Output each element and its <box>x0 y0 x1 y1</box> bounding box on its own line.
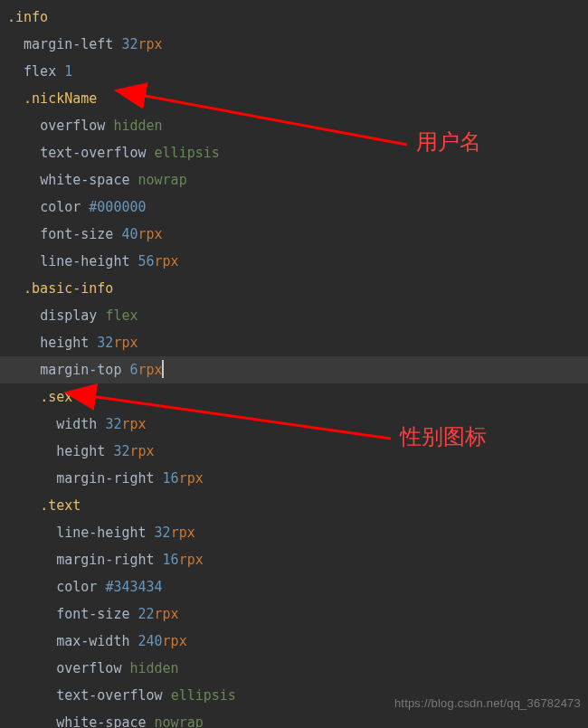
property: margin-right <box>56 470 154 487</box>
code-line: max-width 240rpx <box>0 628 588 655</box>
value-unit: rpx <box>163 633 187 649</box>
code-line: display flex <box>0 302 588 329</box>
value-unit: rpx <box>179 552 204 568</box>
value-number: 56 <box>138 253 155 269</box>
property: max-width <box>56 633 129 649</box>
property: text-overflow <box>40 145 146 161</box>
property: width <box>56 416 97 432</box>
value-keyword: ellipsis <box>171 687 236 704</box>
property: white-space <box>56 714 146 728</box>
value-unit: rpx <box>155 253 179 269</box>
code-line: flex 1 <box>0 58 588 85</box>
property: margin-top <box>40 362 121 378</box>
value-unit: rpx <box>179 470 204 487</box>
value-unit: rpx <box>129 443 154 459</box>
value-number: 32 <box>113 443 129 459</box>
code-line: overflow hidden <box>0 112 588 139</box>
code-line: height 32rpx <box>0 329 588 356</box>
property: line-height <box>40 253 129 269</box>
value-number: 32 <box>97 335 113 351</box>
value-hex: #000000 <box>89 199 146 215</box>
value-unit: rpx <box>155 606 179 622</box>
code-editor[interactable]: .info margin-left 32rpx flex 1 .nickName… <box>0 0 588 728</box>
code-line: .sex <box>0 383 588 411</box>
property: font-size <box>40 226 113 242</box>
value-hex: #343434 <box>105 579 162 595</box>
selector: .sex <box>40 389 72 405</box>
value-unit: rpx <box>171 525 195 541</box>
code-line-active: margin-top 6rpx <box>0 356 588 383</box>
value-unit: rpx <box>138 36 163 52</box>
value-keyword: nowrap <box>155 714 204 728</box>
code-line: .nickName <box>0 85 588 112</box>
code-line: line-height 32rpx <box>0 519 588 546</box>
value-unit: rpx <box>138 362 163 378</box>
value-keyword: hidden <box>129 660 178 676</box>
property: display <box>40 307 97 324</box>
selector: .info <box>7 9 48 25</box>
value-unit: rpx <box>121 416 146 432</box>
watermark: https://blog.csdn.net/qq_36782473 <box>394 690 581 717</box>
code-line: height 32rpx <box>0 438 588 465</box>
property: color <box>40 199 81 215</box>
value-number: 240 <box>138 633 163 649</box>
code-line: margin-left 32rpx <box>0 31 588 58</box>
property: font-size <box>56 606 129 622</box>
value-keyword: nowrap <box>138 172 187 188</box>
property: margin-right <box>56 552 154 568</box>
value-keyword: flex <box>105 307 138 324</box>
code-line: font-size 22rpx <box>0 600 588 628</box>
code-line: font-size 40rpx <box>0 221 588 248</box>
code-line: width 32rpx <box>0 411 588 438</box>
code-line: margin-right 16rpx <box>0 546 588 573</box>
text-cursor <box>162 360 164 378</box>
property: flex <box>24 63 56 80</box>
value-number: 16 <box>163 470 179 487</box>
code-line: .info <box>0 4 588 31</box>
property: color <box>56 579 97 595</box>
value-number: 32 <box>105 416 121 432</box>
value-number: 16 <box>163 552 179 568</box>
property: overflow <box>40 118 105 134</box>
value-unit: rpx <box>113 335 138 351</box>
property: height <box>40 335 89 351</box>
value-number: 40 <box>121 226 138 242</box>
property: line-height <box>56 525 146 541</box>
code-line: line-height 56rpx <box>0 248 588 275</box>
value-number: 22 <box>138 606 155 622</box>
selector: .nickName <box>24 90 97 107</box>
code-line: overflow hidden <box>0 655 588 682</box>
property: white-space <box>40 172 129 188</box>
value-number: 32 <box>155 525 171 541</box>
value-keyword: hidden <box>113 118 162 134</box>
code-line: white-space nowrap <box>0 166 588 194</box>
property: text-overflow <box>56 687 162 704</box>
property: height <box>56 443 105 459</box>
code-line: .basic-info <box>0 275 588 302</box>
selector: .text <box>40 497 81 514</box>
code-line: margin-right 16rpx <box>0 465 588 492</box>
selector: .basic-info <box>24 280 113 297</box>
value-keyword: ellipsis <box>155 145 220 161</box>
property: margin-left <box>24 36 113 52</box>
code-line: color #000000 <box>0 194 588 221</box>
code-line: .text <box>0 492 588 519</box>
value-number: 32 <box>121 36 138 52</box>
value-number: 6 <box>129 362 138 378</box>
value-number: 1 <box>64 63 72 80</box>
property: overflow <box>56 660 121 676</box>
code-line: color #343434 <box>0 573 588 600</box>
value-unit: rpx <box>138 226 163 242</box>
code-line: text-overflow ellipsis <box>0 139 588 166</box>
